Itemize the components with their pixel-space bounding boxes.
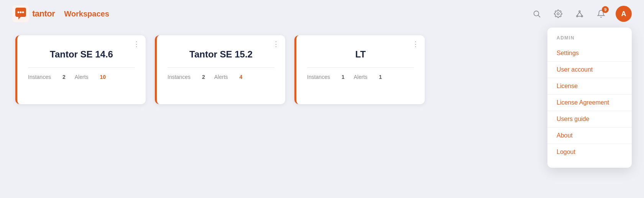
search-button[interactable] [530, 7, 544, 21]
alerts-count-2: 4 [240, 74, 243, 80]
card-divider-2 [168, 67, 274, 68]
svg-line-10 [577, 12, 580, 15]
dropdown-item-about[interactable]: About [547, 128, 632, 144]
logo: tantor [12, 5, 55, 22]
dropdown-section-label: ADMIN [547, 35, 632, 45]
dropdown-menu: ADMIN Settings User account License Lice… [547, 28, 632, 168]
svg-point-3 [22, 11, 24, 13]
svg-point-4 [534, 11, 539, 16]
dropdown-item-license[interactable]: License [547, 78, 632, 95]
page-title: Workspaces [64, 10, 109, 18]
instances-label-1: Instances [28, 74, 51, 80]
card-divider-1 [28, 67, 135, 68]
alerts-count-1: 10 [100, 74, 106, 80]
instances-label-3: Instances [307, 74, 330, 80]
card-divider-3 [307, 67, 414, 68]
alerts-label-2: Alerts [214, 74, 228, 80]
svg-line-11 [580, 12, 582, 15]
card-stats-3: Instances 1 Alerts 1 [307, 74, 414, 80]
dropdown-item-logout[interactable]: Logout [547, 144, 632, 160]
instances-count-2: 2 [202, 74, 205, 80]
header-right: 9 A [530, 6, 632, 22]
network-icon [575, 10, 584, 18]
svg-line-5 [538, 15, 540, 17]
cards-container: ⋮ Tantor SE 14.6 Instances 2 Alerts 10 ⋮… [15, 35, 629, 104]
svg-point-6 [557, 13, 559, 15]
instances-count-3: 1 [342, 74, 345, 80]
header-left: tantor Workspaces [12, 5, 109, 22]
notification-button[interactable]: 9 [594, 7, 608, 21]
workspace-card-3[interactable]: ⋮ LT Instances 1 Alerts 1 [294, 35, 425, 104]
card-menu-button-1[interactable]: ⋮ [133, 41, 140, 47]
tantor-logo-icon [12, 5, 29, 22]
instances-label-2: Instances [168, 74, 191, 80]
card-menu-button-3[interactable]: ⋮ [412, 41, 419, 47]
workspace-title-2: Tantor SE 15.2 [168, 49, 274, 60]
notification-badge: 9 [602, 6, 609, 13]
search-icon [532, 10, 541, 18]
settings-button[interactable] [551, 7, 565, 21]
header: tantor Workspaces [0, 0, 644, 28]
network-button[interactable] [573, 7, 586, 21]
instances-count-1: 2 [62, 74, 66, 80]
workspace-title-3: LT [307, 49, 414, 60]
svg-point-7 [579, 11, 580, 12]
dropdown-item-settings[interactable]: Settings [547, 45, 632, 62]
alerts-label-3: Alerts [354, 74, 368, 80]
workspace-card-1[interactable]: ⋮ Tantor SE 14.6 Instances 2 Alerts 10 [15, 35, 146, 104]
card-stats-1: Instances 2 Alerts 10 [28, 74, 135, 80]
card-stats-2: Instances 2 Alerts 4 [168, 74, 274, 80]
dropdown-item-users-guide[interactable]: Users guide [547, 111, 632, 128]
dropdown-item-license-agreement[interactable]: License Agreement [547, 95, 632, 111]
svg-point-2 [20, 11, 22, 13]
logo-text: tantor [32, 9, 55, 19]
card-menu-button-2[interactable]: ⋮ [273, 41, 280, 47]
alerts-label-1: Alerts [75, 74, 89, 80]
svg-point-1 [18, 11, 20, 13]
dropdown-item-user-account[interactable]: User account [547, 62, 632, 78]
gear-icon [554, 10, 562, 18]
avatar-button[interactable]: A [616, 6, 632, 22]
alerts-count-3: 1 [379, 74, 382, 80]
workspace-card-2[interactable]: ⋮ Tantor SE 15.2 Instances 2 Alerts 4 [155, 35, 285, 104]
workspace-title-1: Tantor SE 14.6 [28, 49, 135, 60]
